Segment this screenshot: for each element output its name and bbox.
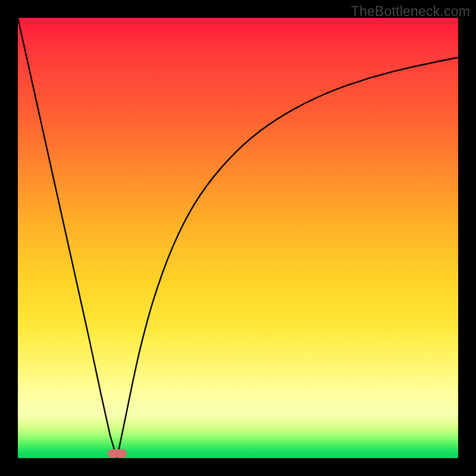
bottleneck-curve-right [117,58,459,458]
minimum-marker [108,449,127,458]
watermark-text: TheBottleneck.com [351,4,470,20]
plot-area [18,18,458,458]
chart-frame: TheBottleneck.com [0,0,476,476]
curve-layer [18,18,458,458]
bottleneck-curve-left [18,18,117,458]
